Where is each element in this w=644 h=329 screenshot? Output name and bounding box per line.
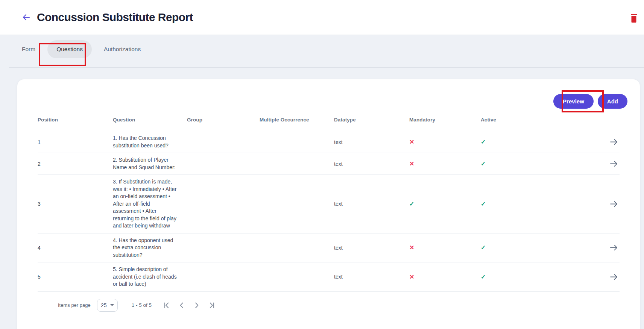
column-header-multiple-occurrence: Multiple Occurrence bbox=[260, 114, 334, 123]
cell-question: 3. If Substitution is made, was it: • Im… bbox=[113, 178, 178, 230]
table-row: 3 3. If Substitution is made, was it: • … bbox=[38, 175, 620, 233]
trash-icon bbox=[630, 14, 638, 23]
cross-icon: ✕ bbox=[409, 244, 481, 251]
arrow-right-icon bbox=[610, 274, 618, 280]
tab-authorizations-label: Authorizations bbox=[104, 46, 141, 52]
items-per-page-label: Items per page bbox=[58, 302, 91, 308]
page-header: Concussion Substitute Report bbox=[0, 0, 644, 35]
table-row: 1 1. Has the Concussion substitution bee… bbox=[38, 131, 620, 153]
table-header-row: Position Question Group Multiple Occurre… bbox=[38, 114, 620, 131]
page-size-value: 25 bbox=[101, 302, 107, 308]
preview-button[interactable]: Preview bbox=[553, 94, 594, 109]
cell-position: 4 bbox=[38, 245, 113, 251]
column-header-datatype: Datatype bbox=[334, 114, 409, 123]
tabstrip-divider bbox=[9, 67, 644, 68]
cell-position: 2 bbox=[38, 161, 113, 167]
column-header-actions bbox=[556, 114, 620, 117]
table-body: 1 1. Has the Concussion substitution bee… bbox=[38, 131, 620, 292]
arrow-right-icon bbox=[610, 201, 618, 207]
check-icon: ✓ bbox=[481, 200, 556, 208]
cell-question: 5. Simple description of accident (i.e c… bbox=[113, 266, 178, 288]
back-button[interactable] bbox=[21, 12, 32, 23]
cell-datatype: text bbox=[334, 274, 409, 280]
tab-questions[interactable]: Questions bbox=[47, 40, 92, 58]
open-row-button[interactable] bbox=[608, 138, 620, 147]
chevron-right-icon bbox=[193, 301, 201, 309]
cell-datatype: text bbox=[334, 161, 409, 167]
caret-down-icon bbox=[110, 304, 114, 306]
first-page-button[interactable] bbox=[159, 299, 174, 311]
chevron-left-icon bbox=[178, 301, 186, 309]
last-page-icon bbox=[208, 301, 216, 309]
cell-position: 3 bbox=[38, 201, 113, 207]
page-range-label: 1 - 5 of 5 bbox=[132, 302, 152, 308]
open-row-button[interactable] bbox=[608, 159, 620, 168]
table-row: 4 4. Has the opponent used the extra con… bbox=[38, 233, 620, 263]
page-title: Concussion Substitute Report bbox=[37, 11, 193, 24]
arrow-left-icon bbox=[22, 13, 31, 22]
last-page-button[interactable] bbox=[204, 299, 219, 311]
paginator: Items per page 25 1 - 5 of 5 bbox=[38, 297, 620, 313]
cell-datatype: text bbox=[334, 245, 409, 251]
cell-datatype: text bbox=[334, 201, 409, 207]
open-row-button[interactable] bbox=[608, 199, 620, 208]
cross-icon: ✕ bbox=[409, 273, 481, 280]
check-icon: ✓ bbox=[481, 138, 556, 146]
cell-position: 1 bbox=[38, 139, 113, 145]
cross-icon: ✕ bbox=[409, 160, 481, 167]
previous-page-button[interactable] bbox=[174, 299, 189, 311]
check-icon: ✓ bbox=[481, 244, 556, 251]
cell-datatype: text bbox=[334, 139, 409, 145]
delete-button[interactable] bbox=[630, 14, 638, 23]
tab-questions-label: Questions bbox=[56, 46, 83, 52]
cell-question: 1. Has the Concussion substitution been … bbox=[113, 135, 178, 149]
tab-form-label: Form bbox=[22, 46, 35, 52]
tab-strip: Form Questions Authorizations bbox=[0, 35, 644, 68]
check-icon: ✓ bbox=[481, 273, 556, 280]
toolbar: Preview Add bbox=[17, 79, 640, 109]
column-header-mandatory: Mandatory bbox=[409, 114, 481, 123]
column-header-question: Question bbox=[113, 114, 187, 123]
questions-table: Position Question Group Multiple Occurre… bbox=[17, 114, 640, 313]
arrow-right-icon bbox=[610, 161, 618, 167]
check-icon: ✓ bbox=[409, 200, 481, 208]
questions-card: Preview Add Position Question Group Mult… bbox=[17, 79, 640, 329]
arrow-right-icon bbox=[610, 139, 618, 145]
add-button[interactable]: Add bbox=[598, 94, 627, 109]
tab-form[interactable]: Form bbox=[13, 40, 44, 58]
next-page-button[interactable] bbox=[189, 299, 204, 311]
column-header-group: Group bbox=[187, 114, 260, 123]
first-page-icon bbox=[163, 301, 171, 309]
table-row: 5 5. Simple description of accident (i.e… bbox=[38, 262, 620, 292]
arrow-right-icon bbox=[610, 244, 618, 251]
open-row-button[interactable] bbox=[608, 243, 620, 252]
cross-icon: ✕ bbox=[409, 138, 481, 146]
cell-question: 4. Has the opponent used the extra concu… bbox=[113, 237, 178, 259]
page-size-select[interactable]: 25 bbox=[97, 299, 118, 312]
cell-position: 5 bbox=[38, 274, 113, 280]
column-header-active: Active bbox=[481, 114, 556, 123]
cell-question: 2. Substitution of Player Name and Squad… bbox=[113, 156, 178, 171]
table-row: 2 2. Substitution of Player Name and Squ… bbox=[38, 153, 620, 175]
tab-authorizations[interactable]: Authorizations bbox=[95, 40, 150, 58]
column-header-position: Position bbox=[38, 114, 113, 123]
open-row-button[interactable] bbox=[608, 272, 620, 281]
check-icon: ✓ bbox=[481, 160, 556, 167]
